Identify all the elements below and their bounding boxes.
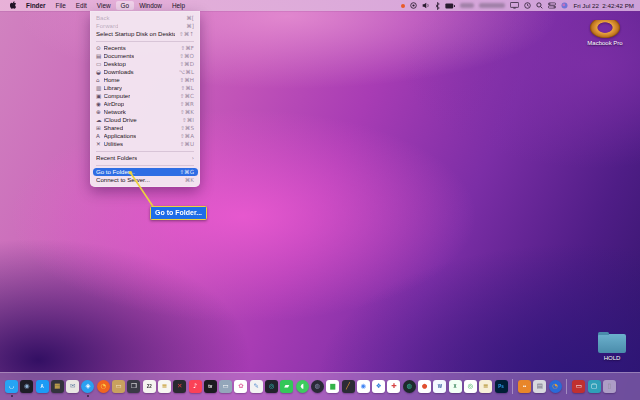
dock-icon-app-store[interactable]: A [36,380,49,393]
dock-icon-dark-sphere-app[interactable]: ◍ [311,380,324,393]
menubar-item-window[interactable]: Window [134,1,167,10]
desktop-icon-hold-folder[interactable]: HOLD [588,330,636,361]
display-icon[interactable] [510,2,519,9]
dock-icon-quicktime-app[interactable]: ◎ [464,380,477,393]
menu-item-shortcut: ⇧⌘A [176,132,194,140]
dock-icon-keynote-dark-app[interactable]: ╱ [342,380,355,393]
dock-divider [566,379,567,394]
dock-icon-red-sphere-app[interactable]: ● [418,380,431,393]
menu-item-icloud-drive[interactable]: ☁iCloud Drive⇧⌘I [90,116,200,124]
menu-item-home[interactable]: ⌂Home⇧⌘H [90,76,200,84]
menu-item-label: Network [104,108,126,116]
dock-icon-camera-lens-app[interactable]: ◉ [20,380,33,393]
screen-record-icon[interactable] [410,2,417,9]
dock-icon-preview-app[interactable]: ✎ [250,380,263,393]
desktop-icon-startup-disk[interactable]: Macbook Pro [576,20,634,46]
app-store-glyph: A [40,380,43,393]
dock-icon-trash[interactable]: ▯ [603,380,616,393]
menu-item-go-to-folder[interactable]: Go to Folder...⇧⌘G [93,168,198,176]
dock-icon-apple-tv[interactable]: tv [204,380,217,393]
dock-icon-launchpad[interactable]: ▦ [51,380,64,393]
menu-item-shortcut: ⇧⌘C [176,92,194,100]
menu-item-label: Shared [104,124,124,132]
dock-icon-safari[interactable]: ◈ [81,380,94,393]
dock-icon-photos[interactable]: ✿ [234,380,247,393]
menubar-item-finder[interactable]: Finder [21,1,51,10]
menubar-item-file[interactable]: File [51,1,71,10]
dock-icon-tan-app[interactable]: ▭ [112,380,125,393]
icloud-drive-icon: ☁ [96,116,104,124]
blurred-status-item [460,3,474,8]
dock-icon-numbers[interactable]: ▆ [326,380,339,393]
dock-icon-mail-app[interactable]: ✉ [66,380,79,393]
menu-item-shortcut: ⇧⌘O [175,52,194,60]
airdrop-icon: ◉ [96,100,104,108]
dock-icon-orange-dots-app[interactable]: •• [518,380,531,393]
menu-item-airdrop[interactable]: ◉AirDrop⇧⌘R [90,100,200,108]
menu-item-computer[interactable]: ▣Computer⇧⌘C [90,92,200,100]
menu-item-shortcut: ⌥⌘L [175,68,194,76]
dock-icon-word[interactable]: W [433,380,446,393]
go-menu: Back⌘[Forward⌘]Select Startup Disk on De… [90,11,200,187]
dock-icon-calendar[interactable]: 22 [143,380,156,393]
menubar-item-go[interactable]: Go [116,1,135,10]
finder-glyph: ◡ [9,380,15,393]
home-icon: ⌂ [96,76,104,84]
dock-icon-notes-cream-app[interactable]: ≣ [479,380,492,393]
volume-icon[interactable] [422,2,430,9]
bluetooth-icon[interactable] [435,2,440,10]
menu-item-library[interactable]: ▥Library⇧⌘L [90,84,200,92]
dock-icon-finder[interactable]: ◡ [5,380,18,393]
news-app-glyph: ▭ [223,380,229,393]
menubar-item-help[interactable]: Help [167,1,190,10]
dock-icon-facetime[interactable]: ▰ [280,380,293,393]
dock-icon-gray-utility-app[interactable]: ▤ [533,380,546,393]
menu-item-recents[interactable]: ⊙Recents⇧⌘F [90,44,200,52]
sync-clock-icon[interactable] [524,2,531,9]
apple-menu[interactable] [6,1,21,10]
menu-item-network[interactable]: ⊕Network⇧⌘K [90,108,200,116]
menubar-item-edit[interactable]: Edit [71,1,92,10]
dock-icon-plus-app[interactable]: ✚ [387,380,400,393]
dock-icon-photoshop[interactable]: Ps [495,380,508,393]
library-icon: ▥ [96,84,104,92]
menu-separator [96,41,194,42]
dock-icon-news-app[interactable]: ▭ [219,380,232,393]
menu-item-downloads[interactable]: ◒Downloads⌥⌘L [90,68,200,76]
recording-indicator-icon[interactable] [401,4,405,8]
dock-icon-excel[interactable]: X [449,380,462,393]
menu-item-select-startup-disk-on-desktop[interactable]: Select Startup Disk on Desktop⇧⌘↑ [90,30,200,38]
dock-icon-chrome[interactable]: ◉ [357,380,370,393]
menu-item-utilities[interactable]: ✕Utilities⇧⌘U [90,140,200,148]
dock-icon-red-lattice-app[interactable]: ✕ [173,380,186,393]
dock-icon-music[interactable]: ♪ [189,380,202,393]
dock-icon-notes-app[interactable]: ≣ [158,380,171,393]
search-icon[interactable] [536,2,543,9]
dock-icon-google-earth-app[interactable]: ❖ [372,380,385,393]
dock-icon-globe-badge-app[interactable]: ◔ [549,380,562,393]
menu-item-connect-to-server[interactable]: Connect to Server...⌘K [90,176,200,184]
dock-icon-podcasts-app[interactable]: ◎ [265,380,278,393]
control-center-icon[interactable] [548,2,556,9]
menubar-item-view[interactable]: View [92,1,116,10]
red-lattice-app-glyph: ✕ [177,380,182,393]
dock-icon-firefox[interactable]: ◔ [97,380,110,393]
siri-icon[interactable] [561,2,568,9]
notes-cream-app-glyph: ≣ [483,380,488,393]
menu-item-documents[interactable]: ▤Documents⇧⌘O [90,52,200,60]
menu-item-shortcut: ⌘K [181,176,194,184]
dock-icon-window-manager-app[interactable]: ❒ [127,380,140,393]
menu-item-shortcut: ⇧⌘I [178,116,194,124]
dock-icon-red-document[interactable]: ▭ [572,380,585,393]
menu-item-shared[interactable]: ⊞Shared⇧⌘S [90,124,200,132]
menu-item-applications[interactable]: AApplications⇧⌘A [90,132,200,140]
messages-app-glyph: ◖ [300,380,303,393]
menu-item-desktop[interactable]: ▭Desktop⇧⌘D [90,60,200,68]
dock-icon-messages-app[interactable]: ◖ [296,380,309,393]
menu-bar-clock[interactable]: Fri Jul 22 2:42:42 PM [573,2,634,9]
dock-icon-teal-sphere-app[interactable]: ◍ [403,380,416,393]
menu-item-label: Documents [104,52,135,60]
dock-icon-teal-document[interactable]: ▢ [588,380,601,393]
battery-icon[interactable] [445,3,455,9]
menu-item-recent-folders[interactable]: Recent Folders› [90,154,200,162]
